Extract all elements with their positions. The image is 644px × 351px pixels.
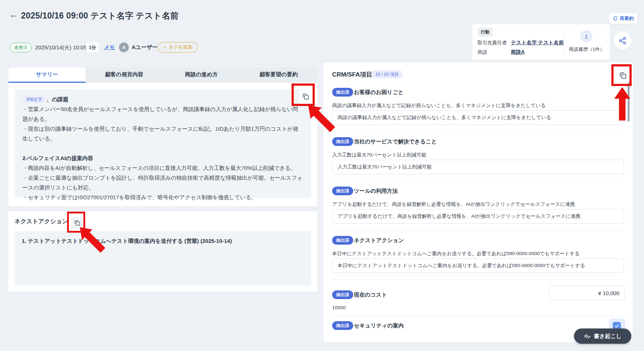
status-badge: 連携済	[10, 43, 32, 52]
transcribe-label: 書き起こし	[594, 333, 622, 340]
summary-heading-1: 、の課題	[46, 96, 68, 102]
field-input-next-action[interactable]: 本日中にテストアットテストドットコムへご案内をお送りする。必要であれば090-0…	[332, 258, 624, 273]
divider	[332, 180, 624, 181]
summary-card: サマリー 顧客の発言内容 商談の進め方 顧客要望の要約 308文字、の課題 ・営…	[8, 68, 317, 206]
field-helper: 本日中にテストアットテストドットコムへご案内をお送りする。必要であれば090-0…	[332, 250, 580, 257]
extracted-badge: 抽出済	[332, 137, 353, 146]
resummarize-label: 再要約	[620, 15, 634, 22]
transcription-icon	[584, 332, 591, 340]
contact-label: 取引先責任者	[478, 40, 511, 46]
check-icon	[614, 323, 619, 328]
field-input-current-cost[interactable]: ¥ 10,000	[549, 285, 625, 301]
opportunity-link[interactable]: 商談A	[511, 49, 525, 56]
field-helper: 入力工数は最大70パーセント以上削減可能	[332, 152, 426, 158]
history-label[interactable]: 商談履歴（1件）	[564, 46, 610, 53]
copy-icon	[74, 219, 81, 226]
field-label-next-action: ネクストアクション	[354, 237, 404, 244]
opportunity-row: 商談 商談A	[478, 48, 564, 57]
field-label-service-solution: 当社のサービスで解決できること	[354, 138, 437, 145]
action-type-label: 行動	[478, 28, 493, 37]
summary-heading-2: 2.ベルフェイスAIの提案内容	[22, 153, 303, 163]
tab-customer-statements[interactable]: 顧客の発言内容	[86, 68, 163, 83]
extracted-badge: 抽出済	[332, 236, 353, 245]
copy-icon	[619, 71, 627, 80]
resummarize-button[interactable]: 再要約	[609, 13, 637, 24]
contact-link[interactable]: テスト名字 テスト名前	[511, 40, 564, 46]
copy-icon	[302, 93, 310, 101]
next-action-item: 1. テストアットテストドットコムへテスト環境の案内を送付する (営業) (20…	[22, 238, 304, 245]
tab-customer-request-summary[interactable]: 顧客要望の要約	[240, 68, 317, 83]
meeting-datetime: 2025/10/14(火) 10:05	[35, 44, 87, 51]
extracted-badge: 抽出済	[332, 290, 353, 299]
summary-bullet: ・企業ごとに最適な抽出プロンプトを設計し、特許取得済みの独自技術で高精度な情報抽…	[22, 173, 303, 192]
divider	[332, 279, 624, 280]
tab-summary[interactable]: サマリー	[8, 68, 86, 83]
divider	[332, 316, 624, 316]
contact-row: 取引先責任者 テスト名字 テスト名前	[478, 38, 564, 48]
duration-badge: 1分	[86, 42, 99, 53]
field-label-customer-problem: お客様のお困りごと	[354, 89, 404, 96]
extracted-badge: 抽出済	[332, 321, 353, 330]
avatar: A	[119, 42, 129, 52]
copy-summary-button[interactable]	[299, 89, 313, 105]
opportunity-label: 商談	[478, 49, 511, 56]
tab-meeting-progress[interactable]: 商談の進め方	[163, 68, 240, 83]
history-count-badge: 1	[580, 30, 593, 42]
field-input-service-solution[interactable]: 入力工数は最大70パーセント以上削減可能	[332, 160, 624, 174]
field-label-tool-usage: ツールの利用方法	[354, 188, 398, 195]
share-icon	[618, 36, 627, 45]
extracted-badge: 抽出済	[332, 88, 353, 97]
crm-panel-title: CRM/SFA項目	[332, 70, 372, 79]
crm-count-badge: 10 / 10 項目	[371, 70, 403, 78]
summary-bullet: ・現在は別の議事録ツールを使用しており、手動でセールスフォースに転記。1IDあた…	[22, 124, 303, 143]
field-helper: 商談の議事録入力が属人などで記録が残らないことも、多くマネジメントに支障をきたし…	[332, 102, 546, 109]
transcribe-button[interactable]: 書き起こし	[574, 328, 631, 344]
refresh-icon	[613, 16, 618, 21]
meeting-detail-page: ← 2025/10/16 09:00 テスト名字 テスト名前 再要約 連携済 2…	[0, 0, 644, 351]
next-action-card: ネクストアクション 1. テストアットテストドットコムへテスト環境の案内を送付す…	[8, 211, 317, 291]
summary-bullet: ・セキュリティ面ではISO27001/27017を取得済みで、暗号化やアクセス制…	[22, 192, 303, 202]
crm-link-card: 行動 取引先責任者 テスト名字 テスト名前 商談 商談A 1 商談履歴（1件）	[472, 24, 610, 60]
next-action-title: ネクストアクション	[15, 218, 68, 225]
add-tag-button[interactable]: ＋ タグを追加	[157, 42, 198, 53]
field-label-security-guide: セキュリティの案内	[354, 322, 404, 329]
page-title: 2025/10/16 09:00 テスト名字 テスト名前	[21, 10, 179, 21]
user-name: Aユーザー	[132, 44, 158, 51]
memo-link[interactable]: メモ	[104, 44, 115, 51]
summary-bullet: ・営業メンバー50名全員がセールスフォースを使用しているが、商談議事録の入力が属…	[22, 104, 303, 124]
field-input-customer-problem[interactable]: 商談の議事録入力が属人などで記録が残らないことも、多くマネジメントに支障をきたし…	[332, 110, 624, 125]
tab-bar: サマリー 顧客の発言内容 商談の進め方 顧客要望の要約	[8, 68, 317, 83]
next-action-box: 1. テストアットテストドットコムへテスト環境の案内を送付する (営業) (20…	[15, 231, 311, 286]
divider	[332, 230, 624, 230]
copy-crm-panel-button[interactable]	[616, 68, 629, 83]
share-button[interactable]	[614, 32, 632, 50]
back-arrow-icon[interactable]: ←	[9, 10, 18, 19]
summary-bullet: ・商談内容をAIが自動解析し、セールスフォースの項目に直接入力可能。入力工数を最…	[22, 163, 303, 173]
divider	[332, 131, 624, 131]
field-helper: アプリを起動するだけで、商談を録音解析し必要な情報を、AIが抽出ワンクリックでセ…	[332, 201, 575, 208]
crm-sfa-panel: CRM/SFA項目 10 / 10 項目 抽出済 お客様のお困りごと 商談の議事…	[323, 62, 633, 342]
char-count-badge: 308文字	[22, 96, 46, 103]
extracted-badge: 抽出済	[332, 187, 353, 195]
field-input-tool-usage[interactable]: アプリを起動するだけで、商談を録音解析し必要な情報を、AIが抽出ワンクリックでセ…	[332, 209, 624, 224]
copy-next-action-button[interactable]	[71, 216, 83, 229]
summary-text-box: 308文字、の課題 ・営業メンバー50名全員がセールスフォースを使用しているが、…	[15, 89, 311, 198]
field-label-current-cost: 現在のコスト	[354, 291, 387, 298]
field-helper: 10000	[332, 305, 346, 310]
